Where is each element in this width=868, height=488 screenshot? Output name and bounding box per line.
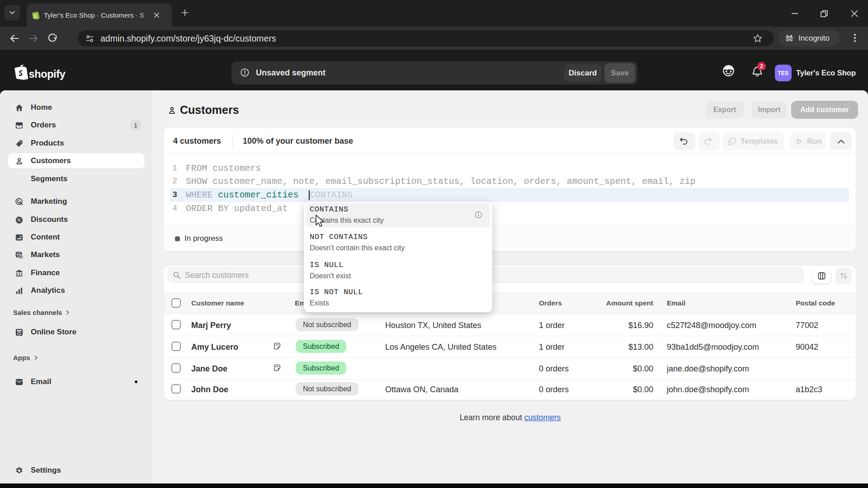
svg-text:shopify: shopify [29,68,66,80]
svg-text:$: $ [20,255,23,259]
